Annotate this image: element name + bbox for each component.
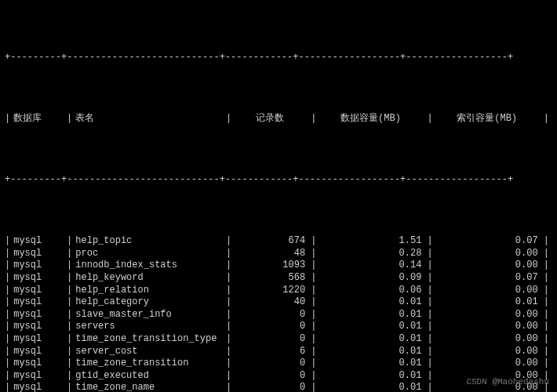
pipe-icon: | [67,370,75,383]
pipe-icon: | [305,296,319,309]
pipe-icon: | [5,296,13,309]
pipe-icon: | [538,321,552,333]
pipe-icon: | [538,296,552,309]
cell-index-mb: 0.00 [436,309,538,321]
cell-index-mb: 0.00 [436,321,538,333]
pipe-icon: | [5,235,13,248]
cell-table: time_zone_transition [75,358,226,370]
cell-db: mysql [13,321,67,333]
pipe-icon: | [226,321,235,333]
cell-records: 0 [235,382,305,392]
pipe-icon: | [305,333,319,346]
pipe-icon: | [305,272,319,285]
pipe-icon: | [5,260,13,272]
pipe-icon: | [305,248,319,260]
pipe-icon: | [5,272,13,285]
pipe-icon: | [5,248,13,260]
cell-table: innodb_index_stats [75,260,226,272]
cell-index-mb: 0.00 [436,333,538,346]
cell-index-mb: 0.00 [436,346,538,358]
pipe-icon: | [421,285,435,297]
cell-data-mb: 1.51 [320,235,422,248]
pipe-icon: | [226,370,235,383]
pipe-icon: | [421,321,435,333]
cell-data-mb: 0.01 [320,346,422,358]
table-row: |mysql|servers|0 |0.01 |0.00 | [5,321,552,333]
cell-table: servers [75,321,226,333]
cell-records: 0 [235,321,305,333]
cell-data-mb: 0.01 [320,382,422,392]
pipe-icon: | [226,260,235,272]
cell-records: 0 [235,333,305,346]
pipe-icon: | [5,346,13,358]
table-row: |mysql|time_zone_transition_type|0 |0.01… [5,333,552,346]
pipe-icon: | [5,382,13,392]
cell-records: 674 [235,235,305,248]
pipe-icon: | [226,346,235,358]
pipe-icon: | [305,235,319,248]
cell-index-mb: 0.00 [436,285,538,297]
cell-records: 0 [235,309,305,321]
pipe-icon: | [421,248,435,260]
pipe-icon: | [67,260,75,272]
cell-records: 568 [235,272,305,285]
cell-index-mb: 0.00 [436,260,538,272]
cell-table: help_category [75,296,226,309]
cell-data-mb: 0.01 [320,321,422,333]
pipe-icon: | [67,382,75,392]
pipe-icon: | [421,346,435,358]
pipe-icon: | [226,382,235,392]
pipe-icon: | [67,235,75,248]
pipe-icon: | [67,272,75,285]
cell-data-mb: 0.09 [320,272,422,285]
pipe-icon: | [226,272,235,285]
cell-data-mb: 0.01 [320,309,422,321]
pipe-icon: | [67,333,75,346]
pipe-icon: | [421,260,435,272]
pipe-icon: | [226,309,235,321]
cell-db: mysql [13,309,67,321]
pipe-icon: | [67,346,75,358]
cell-records: 40 [235,296,305,309]
pipe-icon: | [67,285,75,297]
table-row: |mysql|time_zone_transition|0 |0.01 |0.0… [5,358,552,370]
cell-db: mysql [13,333,67,346]
terminal-output: +---------+---------------------------+-… [0,0,557,392]
pipe-icon: | [67,321,75,333]
table-header-row: | 数据库 | 表名 | 记录数 | 数据容量(MB) | 索引容量(MB) | [5,113,552,125]
cell-db: mysql [13,235,67,248]
pipe-icon: | [226,285,235,297]
cell-table: help_keyword [75,272,226,285]
table-row: |mysql|slave_master_info|0 |0.01 |0.00 | [5,309,552,321]
cell-records: 6 [235,346,305,358]
cell-db: mysql [13,285,67,297]
cell-db: mysql [13,272,67,285]
pipe-icon: | [67,248,75,260]
cell-records: 1220 [235,285,305,297]
table-row: |mysql|help_keyword|568 |0.09 |0.07 | [5,272,552,285]
pipe-icon: | [305,358,319,370]
pipe-icon: | [305,113,319,125]
pipe-icon: | [67,113,75,125]
cell-table: server_cost [75,346,226,358]
pipe-icon: | [421,272,435,285]
cell-index-mb: 0.00 [436,248,538,260]
cell-records: 48 [235,248,305,260]
cell-index-mb: 0.00 [436,358,538,370]
pipe-icon: | [5,321,13,333]
cell-data-mb: 0.06 [320,285,422,297]
pipe-icon: | [538,285,552,297]
watermark: CSDN @Maohedashu [466,376,549,387]
pipe-icon: | [5,358,13,370]
table-row: |mysql|help_topic|674 |1.51 |0.07 | [5,235,552,248]
pipe-icon: | [5,285,13,297]
cell-index-mb: 0.01 [436,296,538,309]
cell-table: slave_master_info [75,309,226,321]
cell-index-mb: 0.07 [436,272,538,285]
table-row: |mysql|proc|48 |0.28 |0.00 | [5,248,552,260]
cell-data-mb: 0.14 [320,260,422,272]
cell-table: time_zone_name [75,382,226,392]
pipe-icon: | [421,309,435,321]
cell-table: time_zone_transition_type [75,333,226,346]
pipe-icon: | [305,285,319,297]
